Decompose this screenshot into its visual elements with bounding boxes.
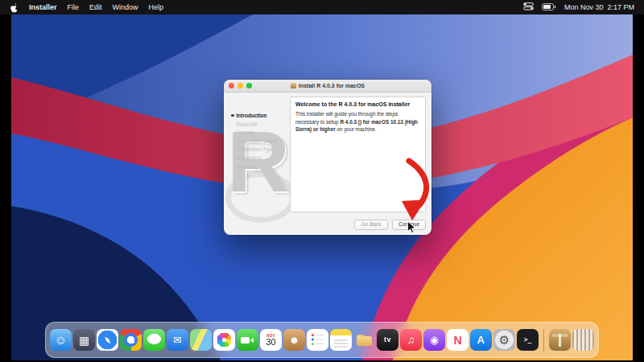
current-step-bullet <box>231 114 234 117</box>
dock-icon-notes[interactable] <box>330 329 352 351</box>
step-installation: Installation <box>231 155 295 161</box>
step-label: License <box>237 130 254 135</box>
step-label: Introduction <box>237 113 267 118</box>
dock-icon-launchpad[interactable]: ▦ <box>73 329 95 351</box>
menu-bar-clock[interactable]: Mon Nov 30 2:17 PM <box>564 3 634 11</box>
installer-app-icon <box>291 83 296 88</box>
dock-icon-podcasts[interactable]: ◉ <box>423 329 445 351</box>
dock-icon-terminal[interactable]: >_ <box>517 329 539 351</box>
dock-icon-chrome[interactable] <box>120 329 142 351</box>
step-label: Read Me <box>237 121 258 127</box>
appletv-glyph: tv <box>384 336 391 343</box>
dock-icon-calendar[interactable]: NOV30 <box>260 329 282 351</box>
desktop: { "colors": { "menu_bar_bg": "#141416", … <box>0 0 644 362</box>
menu-item-help[interactable]: Help <box>149 3 164 11</box>
dock-icon-contacts[interactable]: ☻ <box>283 329 305 351</box>
control-center-icon[interactable] <box>523 2 534 12</box>
step-label: Destination Select <box>237 138 279 144</box>
dock-icon-photos[interactable] <box>213 329 235 351</box>
dock-icon-messages[interactable] <box>143 329 165 351</box>
appstore-glyph: A <box>477 335 485 345</box>
launchpad-glyph: ▦ <box>79 335 89 346</box>
go-back-button[interactable]: Go Back <box>354 220 388 230</box>
dock-icon-folder[interactable] <box>353 329 375 351</box>
dock-icon-installer-package[interactable] <box>549 329 571 351</box>
welcome-body: This installer will guide you through th… <box>295 110 420 134</box>
dock-icon-maps[interactable] <box>190 329 212 351</box>
window-title: Install R 4.0.3 for macOS <box>299 83 365 88</box>
minimize-button[interactable] <box>237 83 243 88</box>
apple-menu-icon[interactable] <box>10 2 19 13</box>
terminal-glyph: >_ <box>524 337 532 343</box>
battery-icon[interactable] <box>542 3 556 12</box>
dock-icon-settings[interactable]: ⚙ <box>493 329 515 351</box>
continue-button[interactable]: Continue <box>392 220 426 230</box>
dock-icon-mail[interactable]: ✉ <box>167 329 188 351</box>
step-label: Summary <box>237 164 259 170</box>
step-summary: Summary <box>231 164 295 170</box>
step-introduction: Introduction <box>231 113 295 118</box>
dock-icon-music[interactable]: ♫ <box>400 329 422 351</box>
zoom-button[interactable] <box>246 83 252 88</box>
settings-glyph: ⚙ <box>499 334 510 346</box>
step-destination-select: Destination Select <box>231 138 295 144</box>
dock-icon-news[interactable]: N <box>447 329 469 351</box>
podcasts-glyph: ◉ <box>430 335 439 345</box>
installer-steps-sidebar: Introduction Read Me License Destination… <box>224 93 295 214</box>
menu-item-installer[interactable]: Installer <box>29 3 57 11</box>
installer-content-panel: Welcome to the R 4.0.3 for macOS Install… <box>290 97 426 212</box>
dock-icon-facetime[interactable] <box>237 329 258 351</box>
step-read-me: Read Me <box>231 121 295 127</box>
dock-icon-finder[interactable]: ☺ <box>50 329 72 351</box>
step-license: License <box>231 130 295 135</box>
menu-item-edit[interactable]: Edit <box>89 3 102 11</box>
dock-icon-appletv[interactable]: tv <box>377 329 398 351</box>
menu-bar: Installer File Edit Window Help Mon Nov … <box>0 0 644 14</box>
news-glyph: N <box>453 335 461 346</box>
mail-glyph: ✉ <box>173 335 182 345</box>
dock-icon-trash[interactable] <box>572 329 594 351</box>
dock-icon-appstore[interactable]: A <box>470 329 492 351</box>
window-titlebar[interactable]: Install R 4.0.3 for macOS <box>224 80 431 93</box>
step-label: Installation <box>237 155 262 161</box>
step-label: Installation Type <box>237 146 275 152</box>
contacts-glyph: ☻ <box>289 335 300 345</box>
dock-icon-safari[interactable]: ◆ <box>97 329 118 351</box>
dock-divider <box>543 329 544 352</box>
music-glyph: ♫ <box>407 335 415 345</box>
dock-icon-reminders[interactable] <box>307 329 328 351</box>
menu-item-file[interactable]: File <box>68 3 80 11</box>
close-button[interactable] <box>229 83 234 88</box>
safari-glyph: ◆ <box>102 335 112 346</box>
calendar-day-label: 30 <box>266 338 275 348</box>
menu-item-window[interactable]: Window <box>113 3 138 11</box>
welcome-heading: Welcome to the R 4.0.3 for macOS Install… <box>295 101 420 107</box>
dock: ☺▦◆✉NOV30☻tv♫◉NA⚙>_ <box>45 322 599 358</box>
installer-window: Install R 4.0.3 for macOS R Introduction… <box>224 80 431 235</box>
finder-glyph: ☺ <box>55 334 67 346</box>
step-installation-type: Installation Type <box>231 146 295 152</box>
